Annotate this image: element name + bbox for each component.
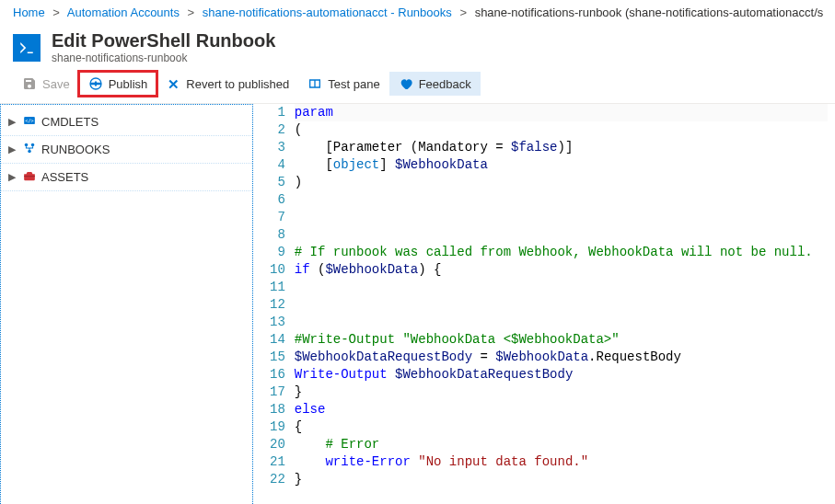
code-line[interactable]: } — [295, 471, 828, 488]
code-line[interactable]: [object] $WebhookData — [295, 156, 828, 174]
heart-icon — [399, 76, 413, 91]
line-number: 17 — [270, 384, 285, 401]
line-number: 5 — [270, 174, 285, 191]
sidebar-item-label: CMDLETS — [41, 115, 99, 129]
test-pane-label: Test pane — [328, 77, 379, 91]
code-line[interactable]: ( — [295, 121, 828, 139]
line-number: 15 — [270, 349, 285, 366]
save-button: Save — [13, 72, 79, 96]
code-line[interactable]: [Parameter (Mandatory = $false)] — [295, 139, 828, 156]
line-number: 7 — [270, 209, 285, 226]
flow-icon — [23, 142, 36, 157]
code-line[interactable]: ) — [295, 174, 828, 191]
code-line[interactable] — [295, 279, 828, 296]
svg-rect-5 — [24, 176, 35, 177]
sidebar-item-assets[interactable]: ▶ ASSETS — [1, 164, 252, 191]
save-icon — [22, 76, 37, 91]
chevron-right-icon: ▶ — [8, 116, 17, 128]
chevron-right-icon: ▶ — [8, 171, 17, 183]
code-line[interactable]: } — [295, 384, 828, 401]
line-number: 1 — [270, 104, 285, 121]
line-number: 6 — [270, 191, 285, 209]
publish-button[interactable]: Publish — [79, 72, 157, 96]
line-number: 20 — [270, 436, 285, 453]
toolbox-icon — [23, 169, 36, 185]
line-number: 3 — [270, 139, 285, 156]
breadcrumb-automation-accounts[interactable]: Automation Accounts — [67, 6, 180, 19]
page-header: Edit PowerShell Runbook shane-notificati… — [0, 23, 835, 66]
toolbar: Save Publish ✕ Revert to published Test … — [0, 66, 835, 103]
chevron-right-icon: > — [188, 6, 195, 19]
revert-label: Revert to published — [186, 77, 289, 91]
code-line[interactable]: { — [295, 418, 828, 436]
line-number-gutter: 12345678910111213141516171819202122 — [253, 104, 295, 504]
breadcrumb-current: shane-notifications-runbook (shane-notif… — [475, 6, 824, 19]
breadcrumb-account[interactable]: shane-notifications-automationacct - Run… — [203, 6, 452, 19]
line-number: 22 — [270, 471, 285, 488]
feedback-button[interactable]: Feedback — [389, 72, 481, 96]
chevron-right-icon: > — [52, 6, 60, 19]
sidebar-item-cmdlets[interactable]: ▶ </> CMDLETS — [1, 109, 252, 136]
library-sidebar: ▶ </> CMDLETS ▶ RUNBOOKS ▶ ASSETS — [0, 104, 253, 504]
sidebar-item-label: ASSETS — [41, 170, 88, 184]
page-title: Edit PowerShell Runbook — [52, 30, 275, 52]
chevron-right-icon: > — [459, 6, 467, 19]
globe-upload-icon — [88, 76, 103, 91]
breadcrumb: Home > Automation Accounts > shane-notif… — [0, 0, 835, 23]
code-line[interactable]: #Write-Output "WebhookData <$WebhookData… — [295, 331, 828, 349]
line-number: 8 — [270, 226, 285, 244]
line-number: 4 — [270, 156, 285, 174]
publish-label: Publish — [109, 77, 148, 91]
revert-button[interactable]: ✕ Revert to published — [157, 72, 298, 96]
line-number: 19 — [270, 418, 285, 436]
line-number: 18 — [270, 401, 285, 418]
code-line[interactable] — [295, 226, 828, 244]
chevron-right-icon: ▶ — [8, 143, 17, 155]
code-line[interactable]: $WebhookDataRequestBody = $WebhookData.R… — [295, 349, 828, 366]
breadcrumb-home[interactable]: Home — [13, 6, 45, 19]
line-number: 16 — [270, 366, 285, 384]
line-number: 14 — [270, 331, 285, 349]
page-subtitle: shane-notifications-runbook — [52, 52, 275, 64]
sidebar-item-runbooks[interactable]: ▶ RUNBOOKS — [1, 136, 252, 164]
test-pane-button[interactable]: Test pane — [298, 72, 389, 96]
feedback-label: Feedback — [419, 77, 471, 91]
sidebar-item-label: RUNBOOKS — [41, 143, 110, 156]
code-line[interactable] — [295, 209, 828, 226]
test-pane-icon — [307, 76, 322, 91]
code-line[interactable]: else — [295, 401, 828, 418]
line-number: 21 — [270, 453, 285, 471]
line-number: 11 — [270, 279, 285, 296]
code-line[interactable] — [295, 191, 828, 209]
code-line[interactable]: write-Error "No input data found." — [295, 453, 828, 471]
close-icon: ✕ — [166, 76, 180, 91]
code-line[interactable]: Write-Output $WebhookDataRequestBody — [295, 366, 828, 384]
line-number: 12 — [270, 296, 285, 314]
line-number: 10 — [270, 261, 285, 279]
powershell-icon — [13, 34, 41, 62]
line-number: 13 — [270, 314, 285, 331]
code-area[interactable]: param( [Parameter (Mandatory = $false)] … — [295, 104, 835, 504]
svg-text:</>: </> — [25, 118, 33, 123]
code-line[interactable] — [295, 314, 828, 331]
line-number: 2 — [270, 121, 285, 139]
code-line[interactable] — [295, 296, 828, 314]
svg-point-2 — [25, 143, 29, 147]
code-line[interactable]: param — [295, 104, 828, 121]
line-number: 9 — [270, 244, 285, 261]
code-line[interactable]: # Error — [295, 436, 828, 453]
code-line[interactable]: if ($WebhookData) { — [295, 261, 828, 279]
code-editor[interactable]: 12345678910111213141516171819202122 para… — [253, 104, 835, 504]
code-line[interactable]: # If runbook was called from Webhook, We… — [295, 244, 828, 261]
svg-point-4 — [28, 150, 31, 154]
save-label: Save — [42, 77, 70, 91]
code-tag-icon: </> — [23, 114, 36, 130]
svg-point-3 — [31, 143, 35, 147]
